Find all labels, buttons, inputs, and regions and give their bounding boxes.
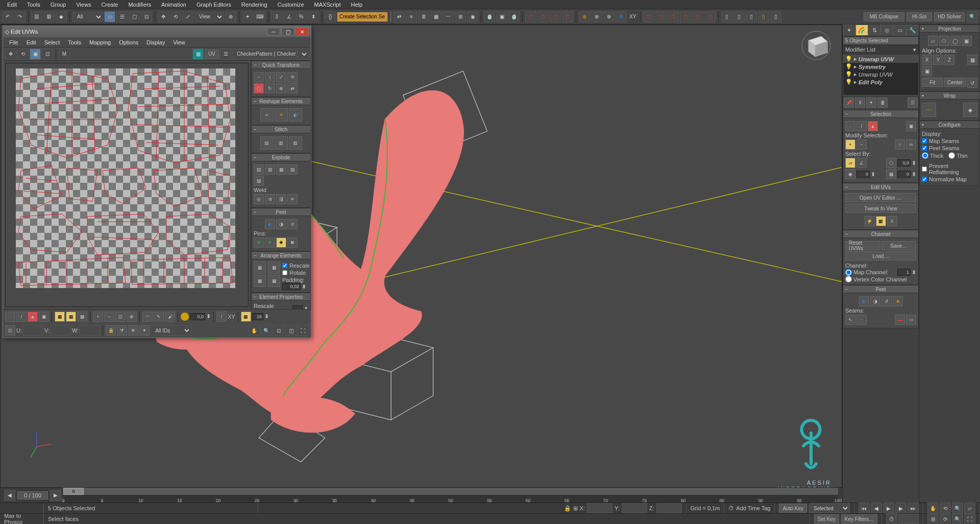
uvb-zoomext-icon[interactable]: ⊡ — [273, 325, 284, 336]
uv-rollout-elprop[interactable]: Element Properties — [251, 293, 311, 301]
track-prev-icon[interactable]: ◀ — [4, 490, 15, 501]
mbcollapse-button[interactable]: MB Collapse — [864, 12, 904, 21]
uvmenu-file[interactable]: File — [5, 39, 22, 45]
snap-g-icon[interactable]: ⬡ — [562, 11, 573, 22]
chk-mapseams[interactable] — [922, 138, 927, 144]
uvb-color-swatch[interactable] — [181, 313, 189, 321]
menu-help[interactable]: Help — [346, 2, 368, 8]
menu-group[interactable]: Group — [45, 2, 71, 8]
uv-titlebar[interactable]: ◇ Edit UVWs ─ ▢ ✕ — [3, 26, 311, 37]
pin2-icon[interactable]: ✚ — [265, 237, 275, 248]
helper3-icon[interactable]: ▯ — [746, 11, 757, 22]
time-slider[interactable]: 0 — [63, 488, 84, 495]
uvb-vertex-icon[interactable]: · — [5, 312, 15, 322]
center-button[interactable]: Center — [944, 78, 966, 87]
selby3-icon[interactable]: ⬡ — [886, 158, 896, 168]
uvb-face-icon[interactable]: ▲ — [28, 312, 38, 322]
uvmenu-display[interactable]: Display — [142, 39, 169, 45]
undo-icon[interactable]: ↶ — [2, 11, 13, 22]
track-next-icon[interactable]: ▶ — [50, 490, 61, 501]
snap-toggle-icon[interactable]: 3 — [271, 11, 282, 22]
ribbon-wrap[interactable]: Wrap — [919, 91, 980, 100]
config-stack-icon[interactable]: ☰ — [908, 98, 918, 108]
mirror-icon[interactable]: ⇄ — [394, 11, 405, 22]
uvb-ids-dd[interactable]: All IDs — [151, 325, 191, 336]
selby-val2[interactable] — [897, 171, 911, 178]
angle-icon[interactable]: ∠ — [856, 158, 867, 168]
viewcube[interactable] — [801, 30, 831, 61]
align-other1-icon[interactable]: ▦ — [967, 55, 977, 65]
snap-e-icon[interactable]: ⬡ — [537, 11, 549, 22]
uv-button[interactable]: UV — [205, 50, 219, 59]
uvb-m1-icon[interactable]: ▦ — [55, 312, 65, 322]
reshape2-icon[interactable]: ☀ — [275, 108, 288, 122]
stitch1-icon[interactable]: ▥ — [260, 136, 274, 150]
save-uvws-button[interactable]: Save… — [881, 241, 917, 250]
nav7-icon[interactable]: 🔍 — [952, 513, 963, 524]
proj-sph-icon[interactable]: ◯ — [950, 36, 961, 46]
uvb-u[interactable] — [23, 325, 43, 336]
ribbon-configure[interactable]: Configure — [919, 121, 980, 129]
autokey-button[interactable]: Auto Key — [779, 504, 807, 513]
ex4-icon[interactable]: ▧ — [287, 164, 298, 175]
select-name-icon[interactable]: ☰ — [116, 11, 128, 22]
setkey-button[interactable]: Set Key — [814, 514, 839, 523]
axis-const-icon[interactable]: ⊕ — [579, 11, 590, 22]
uvrotate-icon[interactable]: ⟲ — [17, 49, 29, 60]
vertex-color-radio[interactable] — [845, 276, 852, 282]
uvmirror-icon[interactable]: M — [59, 49, 70, 60]
ribbon-projection[interactable]: Projection — [919, 25, 980, 33]
nav-pan-icon[interactable]: ✋ — [927, 503, 939, 514]
ex5-icon[interactable]: ▨ — [254, 176, 264, 186]
uvb-brush-icon[interactable]: 🖌 — [165, 312, 175, 322]
uvb-p3-icon[interactable]: ⊡ — [115, 312, 126, 322]
uvmenu-select[interactable]: Select — [40, 39, 64, 45]
uvmenu-mapping[interactable]: Mapping — [85, 39, 115, 45]
snap-f-icon[interactable]: ⬡ — [550, 11, 561, 22]
uvb-p4-icon[interactable]: ⊕ — [127, 312, 137, 322]
uvb-angle[interactable] — [190, 313, 205, 320]
uvb-fit-icon[interactable]: ⛶ — [298, 325, 309, 336]
tab-motion-icon[interactable]: ◎ — [880, 25, 893, 36]
minimize-icon[interactable]: ─ — [267, 28, 280, 36]
coord-y[interactable] — [622, 503, 647, 513]
uvscale-icon[interactable]: ▣ — [30, 49, 41, 60]
helper1-icon[interactable]: ▯ — [721, 11, 732, 22]
menu-rendering[interactable]: Rendering — [236, 2, 273, 8]
uvb-elem-icon[interactable]: ▣ — [39, 312, 49, 322]
keyfilters-button[interactable]: Key Filters… — [841, 514, 877, 523]
quickmap2-icon[interactable]: ▦ — [876, 216, 886, 226]
arr1-icon[interactable]: ▦ — [254, 261, 266, 274]
pivot-icon[interactable]: ⊕ — [225, 11, 236, 22]
subobj-vertex-icon[interactable]: · — [845, 121, 855, 131]
bind-icon[interactable]: ◆ — [56, 11, 67, 22]
align-y-button[interactable]: Y — [933, 55, 943, 65]
ex3-icon[interactable]: ▦ — [276, 164, 286, 175]
pad-val[interactable] — [282, 283, 301, 290]
selection-filter-dropdown[interactable]: All — [72, 12, 103, 22]
layers-icon[interactable]: ≣ — [418, 11, 429, 22]
subobj-edge-icon[interactable]: / — [856, 121, 867, 131]
qt7-icon[interactable]: ⊕ — [276, 83, 286, 93]
radio-thin[interactable] — [948, 152, 955, 159]
uvb-filter-icon[interactable]: ⧩ — [117, 325, 127, 336]
align-x-button[interactable]: X — [922, 55, 932, 65]
link-icon[interactable]: ⛓ — [31, 11, 42, 22]
seam3-icon[interactable]: ▬ — [895, 315, 905, 325]
reshape3-icon[interactable]: ◐ — [289, 108, 302, 122]
qt8-icon[interactable]: ⇄ — [287, 83, 298, 93]
modifier-list-dropdown[interactable]: Modifier List▾ — [843, 45, 919, 55]
uv-rollout-stitch[interactable]: Stitch — [251, 125, 311, 133]
pin-stack-icon[interactable]: 📌 — [844, 98, 854, 108]
weld1-icon[interactable]: ◎ — [254, 194, 264, 204]
uvmove-icon[interactable]: ✥ — [5, 49, 16, 60]
quickmap3-icon[interactable]: X — [887, 216, 897, 226]
map-channel-radio[interactable] — [845, 269, 852, 276]
qt5-icon[interactable]: ▢ — [254, 83, 264, 93]
uvb-v[interactable] — [51, 325, 71, 336]
pin1-icon[interactable]: ✚ — [254, 237, 264, 248]
uv-canvas[interactable] — [5, 63, 249, 307]
uvb-paint-icon[interactable]: ✎ — [154, 312, 164, 322]
stitch3-icon[interactable]: ▥ — [289, 136, 302, 150]
selby5-icon[interactable]: ▦ — [886, 169, 896, 179]
